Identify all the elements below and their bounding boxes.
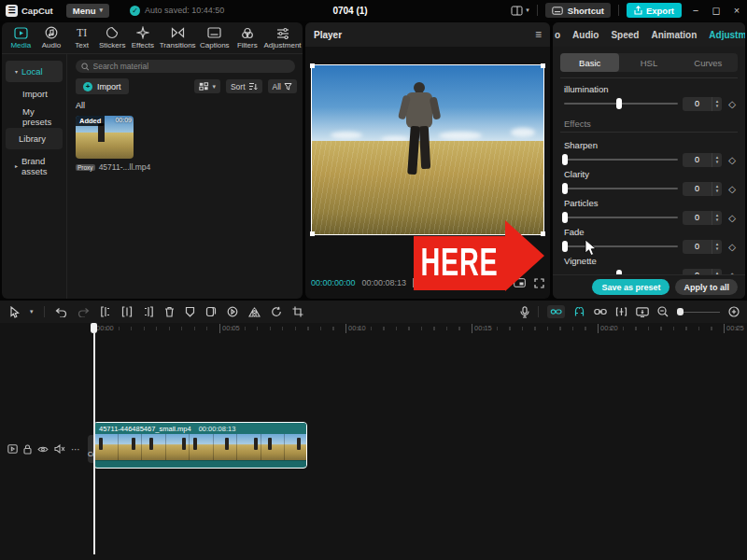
selection-handle[interactable]: [541, 63, 545, 68]
sharpen-value-box[interactable]: 0▴▾: [683, 153, 722, 167]
selection-handle[interactable]: [310, 231, 315, 236]
save-as-preset-button[interactable]: Save as preset: [592, 279, 669, 295]
tab-captions[interactable]: Captions: [197, 22, 232, 53]
delete-icon[interactable]: [164, 306, 175, 317]
sharpen-slider[interactable]: [564, 154, 678, 165]
split-left-icon[interactable]: [100, 306, 111, 317]
tab-audio-inspector[interactable]: Audio: [572, 30, 599, 40]
layout-switcher-icon[interactable]: ▾: [511, 6, 529, 16]
stepper-arrows[interactable]: ▴▾: [712, 97, 722, 111]
zoom-slider-handle[interactable]: [677, 308, 684, 315]
mute-track-icon[interactable]: [54, 444, 65, 454]
zoom-out-icon[interactable]: [657, 306, 669, 317]
tab-animation[interactable]: Animation: [651, 30, 697, 40]
maximize-button[interactable]: ◻: [710, 5, 723, 17]
video-preview[interactable]: [311, 64, 544, 235]
tab-speed[interactable]: Speed: [611, 30, 639, 40]
stepper-arrows[interactable]: ▴▾: [712, 153, 722, 167]
zoom-in-icon[interactable]: [728, 306, 740, 317]
timeline-zoom-slider[interactable]: [677, 307, 720, 316]
media-clip-card[interactable]: Added 00:09: [76, 116, 134, 159]
sidebar-item-my-presets[interactable]: My presets: [6, 105, 63, 127]
search-input[interactable]: [93, 62, 290, 71]
slider-handle[interactable]: [562, 212, 568, 223]
slider-handle[interactable]: [562, 183, 568, 194]
particles-slider[interactable]: [564, 212, 678, 223]
subtab-hsl[interactable]: HSL: [619, 53, 678, 72]
tab-stickers[interactable]: Stickers: [97, 22, 128, 53]
keyframe-diamond-icon[interactable]: ◇: [726, 184, 738, 194]
voiceover-mic-icon[interactable]: [520, 306, 529, 318]
tab-adjustment-inspector[interactable]: Adjustment: [709, 30, 745, 40]
toggle-visibility-eye-icon[interactable]: [37, 445, 49, 454]
search-bar[interactable]: [76, 60, 295, 73]
selection-handle[interactable]: [310, 63, 315, 68]
tab-media[interactable]: Media: [6, 22, 36, 53]
lock-track-icon[interactable]: [23, 444, 32, 455]
filter-button[interactable]: All: [268, 79, 297, 93]
timeline-ruler[interactable]: 00:00 00:05 00:10 00:15 00:20 00:25: [84, 323, 747, 335]
sidebar-item-brand-assets[interactable]: ▸ Brand assets: [6, 155, 63, 176]
minimize-button[interactable]: −: [689, 5, 702, 16]
tab-audio[interactable]: Audio: [36, 22, 67, 53]
shortcut-button[interactable]: Shortcut: [545, 3, 611, 18]
subtab-basic[interactable]: Basic: [560, 53, 619, 72]
undo-icon[interactable]: [55, 307, 67, 317]
fade-slider[interactable]: [564, 241, 678, 252]
keyframe-diamond-icon[interactable]: ◇: [726, 99, 738, 109]
tab-text[interactable]: TI Text: [66, 22, 97, 53]
import-button[interactable]: + Import: [76, 78, 129, 94]
sidebar-item-local[interactable]: ▾ Local: [6, 61, 63, 82]
sidebar-item-import[interactable]: Import: [6, 83, 63, 105]
stepper-arrows[interactable]: ▴▾: [712, 240, 722, 254]
timeline-area[interactable]: 00:00 00:05 00:10 00:15 00:20 00:25 ⋯ Co…: [0, 323, 747, 560]
slider-handle[interactable]: [616, 98, 622, 109]
fade-value-box[interactable]: 0▴▾: [683, 240, 722, 254]
select-tool-icon[interactable]: [9, 306, 20, 318]
playhead[interactable]: [91, 323, 97, 560]
rotate-icon[interactable]: [271, 306, 282, 317]
mirror-icon[interactable]: [248, 307, 261, 317]
slider-handle[interactable]: [562, 241, 568, 252]
player-menu-icon[interactable]: ≡: [535, 28, 542, 41]
auto-snap-toggle-icon[interactable]: [573, 307, 585, 317]
mask-icon[interactable]: [185, 306, 195, 317]
tab-effects[interactable]: Effects: [128, 22, 159, 53]
speed-icon[interactable]: [227, 306, 238, 317]
export-button[interactable]: Export: [627, 3, 682, 18]
particles-value-box[interactable]: 0▴▾: [683, 211, 722, 225]
redo-icon[interactable]: [78, 307, 90, 317]
stepper-arrows[interactable]: ▴▾: [712, 211, 722, 225]
clarity-value-box[interactable]: 0▴▾: [683, 182, 722, 196]
split-icon[interactable]: [121, 306, 133, 317]
apply-to-all-button[interactable]: Apply to all: [675, 279, 738, 295]
track-magnet-toggle-icon[interactable]: [547, 305, 565, 318]
keyframe-diamond-icon[interactable]: ◇: [726, 213, 738, 223]
tab-transitions[interactable]: Transitions: [158, 22, 197, 53]
slider-handle[interactable]: [562, 154, 568, 165]
subtab-curves[interactable]: Curves: [679, 53, 738, 72]
preview-axis-icon[interactable]: [636, 307, 649, 317]
crop-icon[interactable]: [292, 306, 303, 317]
overlap-icon[interactable]: [205, 306, 217, 317]
sort-button[interactable]: Sort: [226, 79, 262, 93]
more-options-icon[interactable]: ⋯: [71, 444, 80, 455]
tab-video-clipped[interactable]: o: [555, 30, 560, 40]
sidebar-item-library[interactable]: Library: [6, 128, 63, 149]
menu-button[interactable]: Menu ▾: [66, 4, 109, 18]
illumination-value-box[interactable]: 0 ▴▾: [683, 97, 722, 111]
position-lock-toggle-icon[interactable]: [615, 307, 627, 316]
close-button[interactable]: ×: [730, 5, 743, 16]
tab-adjustment[interactable]: Adjustment: [262, 22, 303, 53]
keyframe-diamond-icon[interactable]: ◇: [726, 242, 738, 252]
timeline-clip[interactable]: 45711-446485467_small.mp4 00:00:08:13: [93, 422, 307, 469]
view-mode-button[interactable]: ▾: [194, 79, 220, 93]
tab-filters[interactable]: Filters: [232, 22, 262, 53]
split-right-icon[interactable]: [143, 306, 154, 317]
stepper-arrows[interactable]: ▴▾: [712, 182, 722, 196]
illumination-slider[interactable]: [564, 98, 678, 109]
chevron-down-icon[interactable]: ▾: [30, 308, 34, 315]
keyframe-diamond-icon[interactable]: ◇: [726, 155, 738, 165]
linkage-toggle-icon[interactable]: [594, 308, 607, 315]
clarity-slider[interactable]: [564, 183, 678, 194]
